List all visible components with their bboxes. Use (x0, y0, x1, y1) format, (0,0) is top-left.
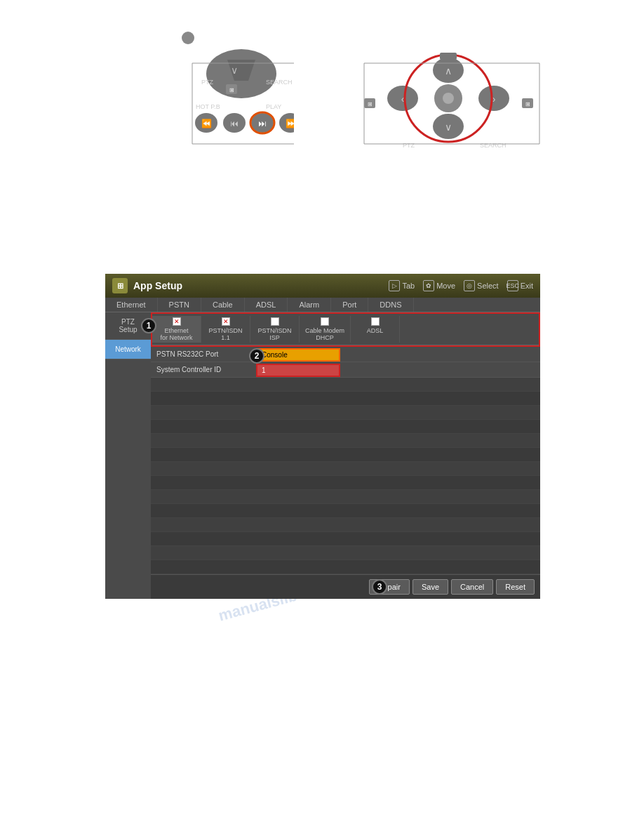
form-row-pstn-port: PSTN RS232C Port (151, 347, 540, 362)
stripe-row (151, 504, 540, 518)
controller-id-value (256, 363, 340, 377)
svg-text:PTZ: PTZ (201, 79, 214, 86)
tab-label: Tab (402, 282, 415, 290)
reset-button[interactable]: Reset (496, 579, 535, 595)
stripe-row (151, 378, 540, 392)
sidebar-item-network[interactable]: Network (105, 340, 151, 359)
svg-text:∨: ∨ (231, 65, 238, 76)
controller-id-label: System Controller ID (151, 364, 256, 376)
main-tabs: Ethernet PSTN Cable ADSL Alarm Port DDNS (105, 298, 540, 312)
svg-text:⊞: ⊞ (368, 101, 373, 107)
svg-rect-0 (182, 32, 194, 44)
select-label: Select (477, 282, 499, 290)
tab-icon: ▷ (389, 280, 400, 291)
svg-text:SEARCH: SEARCH (266, 79, 293, 86)
stripe-row (151, 490, 540, 504)
svg-rect-48 (440, 53, 457, 60)
subtab-cable-label: Cable ModemDHCP (305, 327, 344, 341)
step-badge-3: 3 (372, 579, 387, 595)
stripe-row (151, 434, 540, 448)
stripe-row (151, 532, 540, 546)
subtab-pstn-isp-label: PSTN/ISDNISP (257, 327, 291, 341)
tab-pstn[interactable]: PSTN (158, 298, 201, 312)
stripe-row (151, 406, 540, 420)
subtabs-section: 1 ✕ Ethernetfor Network ✕ PSTN/ISDN1.1 (151, 312, 540, 347)
subtab-pstn-isp[interactable]: PSTN/ISDNISP (250, 316, 300, 343)
titlebar-left: ⊞ App Setup (112, 278, 182, 293)
bottom-bar: 3 Repair Save Cancel Reset (151, 574, 540, 599)
exit-control-btn[interactable]: ESC Exit (507, 280, 533, 291)
form-row-controller-id: System Controller ID (151, 362, 540, 378)
remote-right-diagram: ⊞ ⊞ ‹ ∧ › ∨ PTZ SEARCH (350, 28, 546, 168)
svg-text:⊞: ⊞ (525, 101, 530, 107)
stripe-row (151, 476, 540, 490)
app-setup-dialog: manualslib ⊞ App Setup ▷ Tab ✿ Move ◎ Se… (105, 274, 540, 599)
checkbox-cable-modem[interactable] (321, 317, 329, 326)
pstn-port-input[interactable] (256, 348, 340, 362)
subtab-adsl-label: ADSL (367, 327, 384, 334)
cancel-button[interactable]: Cancel (451, 579, 493, 595)
subtabs-row: ✕ Ethernetfor Network ✕ PSTN/ISDN1.1 PST… (152, 314, 539, 345)
remote-left-diagram: PTZ SEARCH ∨ ⊞ HOT P.B PLAY ⏪ ⏮ ⏭ ⏩ (98, 28, 294, 168)
svg-text:PLAY: PLAY (266, 103, 281, 110)
subtabs-red-box: ✕ Ethernetfor Network ✕ PSTN/ISDN1.1 PST… (151, 312, 540, 347)
tab-alarm[interactable]: Alarm (288, 298, 331, 312)
stripe-row (151, 546, 540, 560)
subtab-pstn-isdn[interactable]: ✕ PSTN/ISDN1.1 (201, 316, 250, 343)
select-icon: ◎ (464, 280, 475, 291)
checkbox-pstn-isp[interactable] (271, 317, 279, 326)
subtab-ethernet-network[interactable]: ✕ Ethernetfor Network (152, 316, 201, 343)
stripe-rows (151, 378, 540, 574)
tab-ethernet[interactable]: Ethernet (105, 298, 158, 312)
checkbox-adsl[interactable] (371, 317, 380, 326)
subtab-ethernet-label: Ethernetfor Network (160, 327, 192, 341)
step-badge-1: 1 (141, 318, 156, 333)
checkbox-ethernet[interactable]: ✕ (173, 317, 181, 326)
top-diagrams: PTZ SEARCH ∨ ⊞ HOT P.B PLAY ⏪ ⏮ ⏭ ⏩ (0, 0, 644, 183)
stripe-row (151, 420, 540, 434)
svg-text:⏮: ⏮ (230, 119, 239, 128)
subtab-adsl[interactable]: ADSL (351, 316, 400, 343)
svg-point-36 (443, 93, 454, 104)
titlebar: ⊞ App Setup ▷ Tab ✿ Move ◎ Select ESC Ex… (105, 274, 540, 298)
step-badge-2: 2 (249, 348, 264, 364)
app-title: App Setup (133, 280, 182, 291)
app-icon: ⊞ (112, 278, 128, 293)
svg-text:⏩: ⏩ (286, 118, 295, 128)
tab-control-btn[interactable]: ▷ Tab (389, 280, 415, 291)
tab-adsl[interactable]: ADSL (245, 298, 288, 312)
move-label: Move (436, 282, 455, 290)
pstn-port-value (256, 348, 340, 362)
pstn-port-label: PSTN RS232C Port (151, 348, 256, 360)
move-control-btn[interactable]: ✿ Move (423, 280, 455, 291)
main-content: PTZSetup Network 1 ✕ Ethernetfor Network (105, 312, 540, 599)
move-icon: ✿ (423, 280, 434, 291)
tab-ddns[interactable]: DDNS (368, 298, 413, 312)
content-panel: 1 ✕ Ethernetfor Network ✕ PSTN/ISDN1.1 (151, 312, 540, 599)
svg-text:SEARCH: SEARCH (480, 142, 507, 149)
sidebar: PTZSetup Network (105, 312, 151, 599)
svg-text:HOT P.B: HOT P.B (196, 103, 220, 110)
save-button[interactable]: Save (412, 579, 448, 595)
subtab-pstn-label: PSTN/ISDN1.1 (208, 327, 242, 341)
checkbox-pstn[interactable]: ✕ (222, 317, 230, 326)
tab-cable[interactable]: Cable (201, 298, 245, 312)
svg-text:∧: ∧ (445, 65, 452, 77)
select-control-btn[interactable]: ◎ Select (464, 280, 499, 291)
titlebar-controls: ▷ Tab ✿ Move ◎ Select ESC Exit (389, 280, 533, 291)
stripe-row (151, 560, 540, 574)
svg-text:∨: ∨ (445, 121, 452, 133)
form-area: 2 PSTN RS232C Port System Controller ID (151, 347, 540, 378)
svg-text:⏭: ⏭ (258, 119, 267, 128)
stripe-row (151, 448, 540, 462)
controller-id-input[interactable] (256, 364, 340, 377)
tab-port[interactable]: Port (331, 298, 368, 312)
svg-text:⏪: ⏪ (201, 118, 212, 128)
svg-text:⊞: ⊞ (229, 87, 234, 93)
svg-text:PTZ: PTZ (403, 142, 415, 149)
stripe-row (151, 518, 540, 532)
exit-label: Exit (521, 282, 533, 290)
subtab-cable-modem[interactable]: Cable ModemDHCP (300, 316, 351, 343)
exit-icon: ESC (507, 280, 518, 291)
stripe-row (151, 462, 540, 476)
